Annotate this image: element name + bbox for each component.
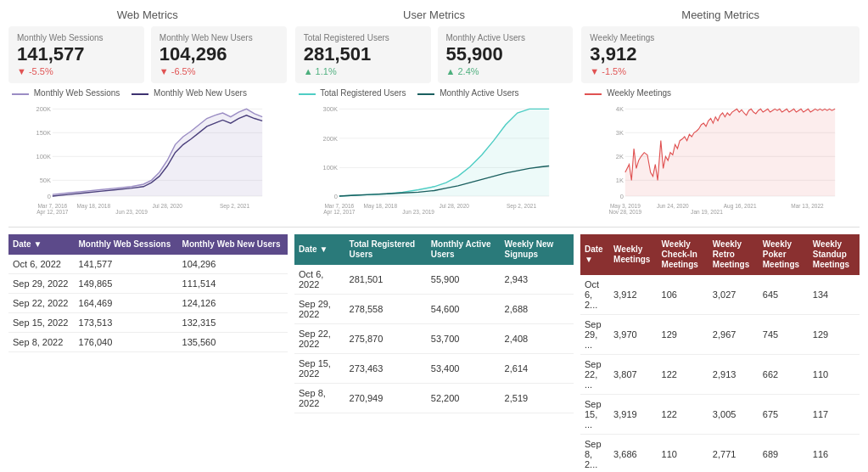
user-chart-legend: Total Registered Users Monthly Active Us… [295, 88, 574, 98]
table-row: Oct 6, 2...3,9121063,027645134 [580, 275, 860, 315]
meeting-metric-cards: Weekly Meetings 3,912 ▼ -1.5% [581, 26, 860, 83]
total-registered-label: Total Registered Users [304, 33, 423, 42]
monthly-active-legend-item: Monthly Active Users [417, 88, 518, 98]
svg-text:Apr 12, 2017: Apr 12, 2017 [36, 210, 69, 216]
web-new-users-change: ▼ -6.5% [160, 66, 278, 76]
web-chart-area: Monthly Web Sessions Monthly Web New Use… [8, 88, 287, 222]
web-new-users-legend-label: Monthly Web New Users [154, 88, 247, 98]
weekly-meetings-area [625, 110, 835, 197]
web-metrics-title: Web Metrics [8, 8, 287, 21]
table-row: Sep 29, 2022149,865111,514 [8, 274, 288, 294]
svg-text:100K: 100K [36, 153, 51, 160]
web-sessions-change: ▼ -5.5% [17, 66, 136, 76]
tables-row: Date ▼ Monthly Web Sessions Monthly Web … [0, 228, 868, 472]
svg-text:3K: 3K [616, 129, 624, 137]
web-chart-svg: 200K 150K 100K 50K 0 Mar 7, 2016 May 18,… [8, 101, 287, 220]
web-new-users-label: Monthly Web New Users [160, 33, 278, 42]
user-metrics-panel: User Metrics Total Registered Users 281,… [295, 8, 574, 222]
svg-text:Apr 12, 2017: Apr 12, 2017 [323, 210, 356, 216]
user-table-body: Oct 6, 2022281,50155,9002,943Sep 29, 202… [294, 265, 574, 413]
meeting-metrics-panel: Meeting Metrics Weekly Meetings 3,912 ▼ … [581, 8, 860, 222]
web-sessions-value: 141,577 [17, 44, 136, 65]
svg-text:Nov 28, 2019: Nov 28, 2019 [609, 210, 642, 216]
user-table-date-col[interactable]: Date ▼ [294, 234, 345, 265]
svg-text:May 18, 2018: May 18, 2018 [77, 203, 111, 210]
total-registered-value: 281,501 [304, 44, 423, 65]
svg-text:Jun 23, 2019: Jun 23, 2019 [115, 210, 148, 216]
meeting-chart-area: Weekly Meetings 4K 3K 2K 1K 0 [581, 88, 860, 222]
total-registered-legend-label: Total Registered Users [320, 88, 406, 98]
user-table-active-col[interactable]: Monthly Active Users [427, 234, 501, 265]
svg-text:Jul 28, 2020: Jul 28, 2020 [439, 203, 469, 209]
weekly-meetings-change: ▼ -1.5% [590, 66, 851, 76]
svg-text:Mar 7, 2016: Mar 7, 2016 [37, 203, 67, 209]
user-table-registered-col[interactable]: Total Registered Users [345, 234, 427, 265]
total-registered-legend-item: Total Registered Users [299, 88, 406, 98]
user-chart-area: Total Registered Users Monthly Active Us… [295, 88, 574, 222]
svg-text:May 18, 2018: May 18, 2018 [363, 203, 397, 210]
web-table-body: Oct 6, 2022141,577104,296Sep 29, 2022149… [8, 255, 288, 352]
web-sessions-legend-label: Monthly Web Sessions [34, 88, 120, 98]
table-row: Sep 15, 2022273,46353,4002,614 [294, 354, 574, 384]
user-chart-svg: 300K 200K 100K 0 Mar 7, 2016 May 18, 201… [295, 101, 574, 220]
monthly-active-legend-line [417, 93, 434, 95]
meeting-table-date-col[interactable]: Date ▼ [580, 234, 609, 275]
meeting-table-standup-col[interactable]: Weekly Standup Meetings [809, 234, 860, 275]
monthly-active-legend-label: Monthly Active Users [440, 88, 518, 98]
svg-text:0: 0 [333, 193, 337, 200]
meeting-chart-legend: Weekly Meetings [581, 88, 860, 98]
web-metrics-table-wrapper: Date ▼ Monthly Web Sessions Monthly Web … [8, 234, 288, 472]
monthly-active-change: ▲ 2.4% [446, 66, 565, 76]
web-chart-legend: Monthly Web Sessions Monthly Web New Use… [8, 88, 287, 98]
table-row: Sep 29, 2022278,55854,6002,688 [294, 295, 574, 324]
table-row: Sep 22, 2022164,469124,126 [8, 294, 288, 313]
dashboard: Web Metrics Monthly Web Sessions 141,577… [0, 0, 868, 472]
meeting-chart-svg: 4K 3K 2K 1K 0 May 3, 2019 Jun 24, 2020 A… [581, 101, 860, 220]
meeting-table-poker-col[interactable]: Weekly Poker Meetings [759, 234, 809, 275]
meeting-table-retro-col[interactable]: Weekly Retro Meetings [708, 234, 759, 275]
svg-text:0: 0 [48, 193, 51, 200]
table-row: Sep 8, 2022176,040135,560 [8, 333, 288, 352]
total-registered-card: Total Registered Users 281,501 ▲ 1.1% [295, 26, 431, 83]
weekly-meetings-legend-item: Weekly Meetings [585, 88, 671, 98]
web-table-sessions-col[interactable]: Monthly Web Sessions [75, 234, 178, 255]
meeting-metrics-table: Date ▼ Weekly Meetings Weekly Check-In M… [580, 234, 860, 472]
svg-text:Jun 23, 2019: Jun 23, 2019 [402, 210, 434, 216]
table-row: Sep 8, 2022270,94952,2002,519 [294, 384, 574, 413]
total-registered-legend-line [299, 93, 316, 95]
web-table-new-users-col[interactable]: Monthly Web New Users [178, 234, 288, 255]
svg-text:Sep 2, 2021: Sep 2, 2021 [507, 203, 537, 210]
svg-text:100K: 100K [322, 164, 337, 171]
web-sessions-label: Monthly Web Sessions [17, 33, 136, 42]
metrics-row: Web Metrics Monthly Web Sessions 141,577… [0, 0, 868, 227]
web-new-users-legend-item: Monthly Web New Users [132, 88, 247, 98]
table-row: Sep 15, ...3,9191223,005675117 [580, 395, 860, 435]
svg-text:4K: 4K [616, 105, 624, 113]
web-metrics-panel: Web Metrics Monthly Web Sessions 141,577… [8, 8, 287, 222]
sort-icon: ▼ [33, 239, 42, 249]
table-row: Oct 6, 2022281,50155,9002,943 [294, 265, 574, 295]
web-new-users-card: Monthly Web New Users 104,296 ▼ -6.5% [151, 26, 287, 83]
table-row: Oct 6, 2022141,577104,296 [8, 255, 288, 274]
meeting-table-weekly-col[interactable]: Weekly Meetings [609, 234, 657, 275]
meeting-table-checkin-col[interactable]: Weekly Check-In Meetings [658, 234, 708, 275]
table-row: Sep 22, ...3,8071222,913662110 [580, 355, 860, 395]
web-new-users-value: 104,296 [160, 44, 278, 65]
table-row: Sep 15, 2022173,513132,315 [8, 313, 288, 333]
web-new-users-legend-line [132, 93, 148, 95]
weekly-meetings-legend-line [585, 93, 602, 95]
user-metrics-table-wrapper: Date ▼ Total Registered Users Monthly Ac… [294, 234, 574, 472]
svg-text:Mar 7, 2016: Mar 7, 2016 [324, 203, 354, 209]
user-metrics-title: User Metrics [295, 8, 574, 21]
svg-text:200K: 200K [36, 105, 51, 113]
svg-text:300K: 300K [322, 105, 337, 113]
svg-text:Jul 28, 2020: Jul 28, 2020 [152, 203, 182, 209]
svg-text:200K: 200K [322, 135, 337, 143]
user-table-signups-col[interactable]: Weekly New Signups [501, 234, 574, 265]
svg-text:50K: 50K [40, 177, 51, 184]
svg-text:Aug 16, 2021: Aug 16, 2021 [724, 203, 757, 210]
meeting-metrics-title: Meeting Metrics [581, 8, 860, 21]
web-table-date-col[interactable]: Date ▼ [8, 234, 75, 255]
web-sessions-legend-item: Monthly Web Sessions [12, 88, 120, 98]
user-metrics-table: Date ▼ Total Registered Users Monthly Ac… [294, 234, 574, 413]
